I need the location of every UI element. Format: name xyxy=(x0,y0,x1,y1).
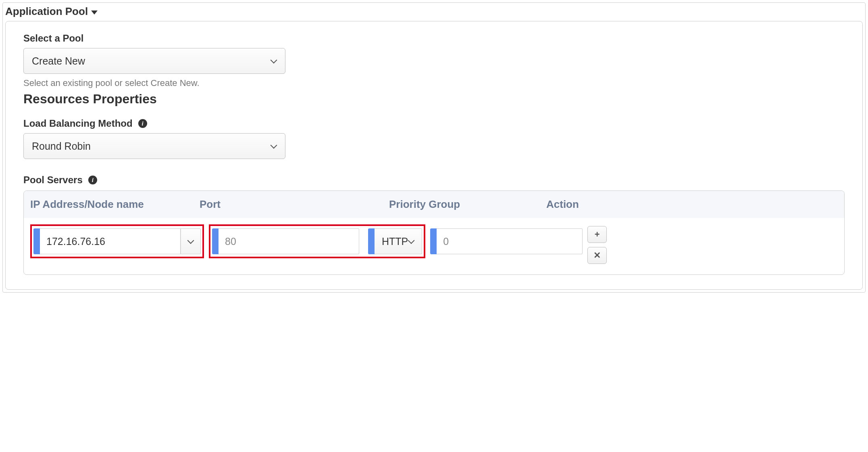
table-header: IP Address/Node name Port Priority Group… xyxy=(24,191,844,218)
close-icon: ✕ xyxy=(593,250,601,261)
blue-bar-icon xyxy=(368,228,375,254)
col-header-action: Action xyxy=(544,198,840,211)
select-pool-hint: Select an existing pool or select Create… xyxy=(23,78,845,88)
protocol-value: HTTP xyxy=(382,236,408,247)
lb-method-value: Round Robin xyxy=(32,140,91,152)
select-pool-value: Create New xyxy=(32,55,85,67)
chevron-down-icon xyxy=(187,238,194,245)
caret-down-icon xyxy=(91,10,98,15)
lb-method-dropdown[interactable]: Round Robin xyxy=(23,133,285,159)
chevron-down-icon xyxy=(408,238,414,245)
panel-header[interactable]: Application Pool xyxy=(5,4,863,21)
pool-servers-table: IP Address/Node name Port Priority Group… xyxy=(23,190,845,275)
panel-title: Application Pool xyxy=(5,5,88,18)
panel-body: Select a Pool Create New Select an exist… xyxy=(5,21,863,290)
col-header-ip: IP Address/Node name xyxy=(28,198,197,211)
ip-dropdown-button[interactable] xyxy=(181,228,201,254)
add-row-button[interactable]: + xyxy=(587,226,607,243)
col-header-priority: Priority Group xyxy=(387,198,544,211)
blue-bar-icon xyxy=(212,228,219,254)
info-icon[interactable]: i xyxy=(88,176,97,184)
priority-group-input[interactable] xyxy=(437,228,583,254)
protocol-dropdown[interactable]: HTTP xyxy=(375,228,422,254)
chevron-down-icon xyxy=(271,58,277,64)
info-icon[interactable]: i xyxy=(138,119,147,128)
lb-method-label: Load Balancing Method i xyxy=(23,118,845,129)
resources-properties-heading: Resources Properties xyxy=(23,92,845,107)
chevron-down-icon xyxy=(271,143,277,149)
select-pool-label: Select a Pool xyxy=(23,33,845,44)
blue-bar-icon xyxy=(33,228,40,254)
remove-row-button[interactable]: ✕ xyxy=(587,247,607,264)
port-input[interactable] xyxy=(219,228,359,254)
ip-address-input[interactable] xyxy=(40,228,181,254)
select-pool-dropdown[interactable]: Create New xyxy=(23,48,285,74)
pool-servers-label: Pool Servers i xyxy=(23,174,845,186)
col-header-port: Port xyxy=(197,198,387,211)
blue-bar-icon xyxy=(430,228,437,254)
table-row: HTTP + xyxy=(24,218,844,274)
port-highlight: HTTP xyxy=(209,224,425,258)
ip-highlight xyxy=(30,224,204,258)
plus-icon: + xyxy=(595,229,600,240)
